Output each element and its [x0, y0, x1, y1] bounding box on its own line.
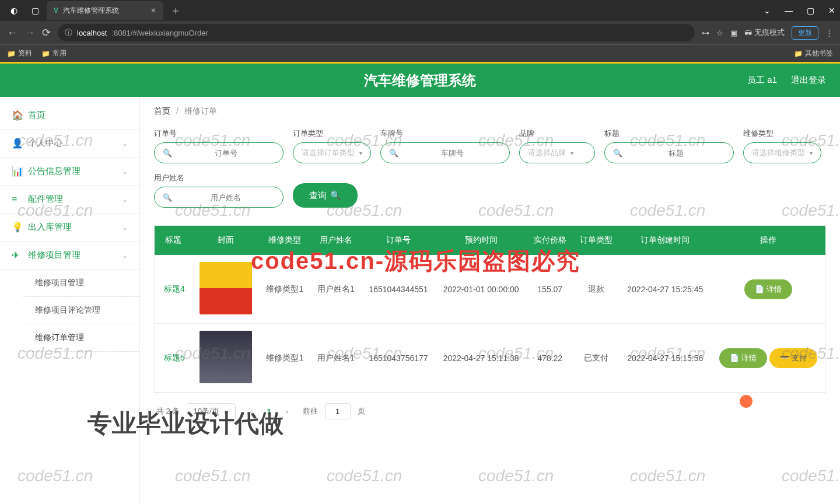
cover-thumbnail[interactable]	[200, 262, 252, 314]
page-size-select[interactable]: 10条/页 ⌄	[187, 403, 235, 419]
search-input-title[interactable]: 🔍	[604, 142, 734, 163]
browser-tab-title: 汽车维修管理系统	[63, 6, 119, 16]
search-label: 车牌号	[380, 128, 510, 139]
th-create-time: 订单创建时间	[620, 226, 711, 255]
forward-button[interactable]: →	[24, 27, 35, 39]
close-window-icon[interactable]: ✕	[828, 6, 835, 15]
incognito-badge: 🕶 无痕模式	[744, 27, 785, 38]
cell-reserve-time: 2022-01-01 00:00:00	[435, 255, 527, 324]
current-page[interactable]: 1	[267, 407, 271, 416]
sidebar-item-repair-project[interactable]: ✈ 维修项目管理 ⌄	[0, 242, 139, 270]
goto-page-input[interactable]	[325, 403, 351, 419]
cell-repair-type: 维修类型1	[260, 324, 311, 393]
submenu-repair-project[interactable]: 维修项目管理	[23, 270, 139, 297]
cell-title[interactable]: 标题4	[155, 255, 192, 324]
cell-title[interactable]: 标题5	[155, 324, 192, 393]
new-tab-button[interactable]: ＋	[170, 4, 181, 18]
query-button[interactable]: 查询 🔍	[293, 183, 358, 208]
current-user-label[interactable]: 员工 a1	[747, 75, 777, 86]
submenu-repair-comment[interactable]: 维修项目评论管理	[23, 297, 139, 324]
folder-icon: 📁	[794, 50, 803, 58]
search-input-order-no[interactable]: 🔍	[154, 142, 284, 163]
browser-tab[interactable]: V 汽车维修管理系统 ✕	[47, 1, 163, 20]
breadcrumb-home[interactable]: 首页	[154, 106, 170, 116]
cell-reserve-time: 2022-04-27 15:11:38	[435, 324, 527, 393]
send-icon: ✈	[12, 250, 22, 261]
bookmark-folder[interactable]: 📁资料	[7, 48, 32, 58]
search-input-plate[interactable]: 🔍	[380, 142, 510, 163]
sidebar-item-profile[interactable]: 👤 个人中心 ⌄	[0, 130, 139, 158]
th-ops: 操作	[711, 226, 825, 255]
search-form: 订单号 🔍 订单类型 请选择订单类型▾ 车牌号 🔍 品牌 请选择品牌▾ 标题 🔍…	[154, 128, 826, 208]
sidebar-item-home[interactable]: 🏠 首页	[0, 102, 139, 130]
breadcrumb: 首页 / 维修订单	[154, 106, 826, 117]
table-header-row: 标题 封面 维修类型 用户姓名 订单号 预约时间 实付价格 订单类型 订单创建时…	[155, 226, 825, 255]
extensions-icon[interactable]: ▣	[730, 29, 737, 37]
menu-icon[interactable]: ⋮	[825, 29, 833, 37]
cover-thumbnail[interactable]	[200, 331, 252, 383]
pagination: 共 2 条 10条/页 ⌄ ‹ 1 › 前往 页	[154, 393, 826, 429]
pay-button[interactable]: 💳 支付	[769, 348, 817, 368]
submenu-repair-order[interactable]: 维修订单管理	[23, 324, 139, 352]
system-tab-icon[interactable]: ◐	[5, 1, 23, 20]
sidebar-item-notice[interactable]: 📊 公告信息管理 ⌄	[0, 158, 139, 186]
search-select-order-type[interactable]: 请选择订单类型▾	[293, 142, 371, 163]
minimize-icon[interactable]: —	[785, 6, 793, 15]
breadcrumb-current: 维修订单	[184, 106, 217, 116]
sidebar: 🏠 首页 👤 个人中心 ⌄ 📊 公告信息管理 ⌄ ≡ 配件管理 ⌄ 💡 出入库管…	[0, 97, 140, 504]
th-title: 标题	[155, 226, 192, 255]
star-icon[interactable]: ☆	[716, 29, 723, 37]
search-input-username[interactable]: 🔍	[154, 187, 284, 208]
bookmark-folder[interactable]: 📁常用	[41, 48, 66, 58]
search-icon: 🔍	[389, 149, 398, 158]
user-icon: 👤	[12, 138, 22, 149]
logout-link[interactable]: 退出登录	[791, 75, 826, 86]
cell-cover	[192, 255, 260, 324]
th-repair-type: 维修类型	[260, 226, 311, 255]
detail-button[interactable]: 📄 详情	[744, 279, 792, 299]
address-bar[interactable]: ⓘ localhost:8081/#/weixiuxiangmuOrder	[58, 24, 695, 41]
chevron-down-icon[interactable]: ⌄	[764, 6, 771, 15]
key-icon[interactable]: ⊶	[702, 29, 709, 37]
chevron-down-icon: ⌄	[223, 407, 229, 416]
browser-tab-strip: ◐ ▢ V 汽车维修管理系统 ✕ ＋ ⌄ — ▢ ✕	[0, 0, 840, 21]
search-select-repair-type[interactable]: 请选择维修类型▾	[743, 142, 821, 163]
sidebar-item-stock[interactable]: 💡 出入库管理 ⌄	[0, 214, 139, 242]
cell-price: 478.22	[527, 324, 573, 393]
update-button[interactable]: 更新	[792, 26, 818, 40]
prev-page-button[interactable]: ‹	[243, 402, 260, 420]
cell-create-time: 2022-04-27 15:25:45	[620, 255, 711, 324]
sidebar-item-parts[interactable]: ≡ 配件管理 ⌄	[0, 186, 139, 214]
url-path: :8081/#/weixiuxiangmuOrder	[111, 29, 208, 37]
url-host: localhost	[77, 29, 107, 37]
chevron-down-icon: ⌄	[122, 139, 128, 148]
main-content: 首页 / 维修订单 订单号 🔍 订单类型 请选择订单类型▾ 车牌号 🔍 品牌 请…	[140, 97, 840, 504]
table-row: 标题5 维修类型1 用户姓名1 1651043756177 2022-04-27…	[155, 324, 825, 393]
chevron-down-icon: ⌄	[122, 223, 128, 232]
other-bookmarks[interactable]: 📁其他书签	[794, 48, 833, 58]
cell-order-type: 退款	[573, 255, 619, 324]
table-row: 标题4 维修类型1 用户姓名1 1651044344551 2022-01-01…	[155, 255, 825, 324]
search-icon: 🔍	[163, 193, 172, 202]
close-icon[interactable]: ✕	[150, 6, 156, 15]
bulb-icon: 💡	[12, 222, 22, 233]
maximize-icon[interactable]: ▢	[807, 6, 814, 15]
app-header: 汽车维修管理系统 员工 a1 退出登录	[0, 62, 840, 97]
home-icon: 🏠	[12, 110, 22, 121]
cell-create-time: 2022-04-27 15:15:56	[620, 324, 711, 393]
next-page-button[interactable]: ›	[278, 402, 296, 420]
app-title: 汽车维修管理系统	[364, 71, 476, 90]
folder-icon: 📁	[41, 50, 50, 58]
info-icon: ⓘ	[65, 27, 72, 38]
system-tab-icon-2[interactable]: ▢	[26, 1, 44, 20]
detail-button[interactable]: 📄 详情	[719, 348, 767, 368]
reload-button[interactable]: ⟳	[42, 26, 51, 39]
back-button[interactable]: ←	[7, 27, 18, 39]
goto-label: 前往	[303, 406, 318, 416]
cell-cover	[192, 324, 260, 393]
browser-toolbar: ← → ⟳ ⓘ localhost:8081/#/weixiuxiangmuOr…	[0, 21, 840, 44]
cell-ops: 📄 详情 💳 支付	[711, 324, 825, 393]
search-select-brand[interactable]: 请选择品牌▾	[519, 142, 595, 163]
chevron-down-icon: ▾	[810, 150, 813, 156]
chevron-down-icon: ⌄	[122, 167, 128, 176]
